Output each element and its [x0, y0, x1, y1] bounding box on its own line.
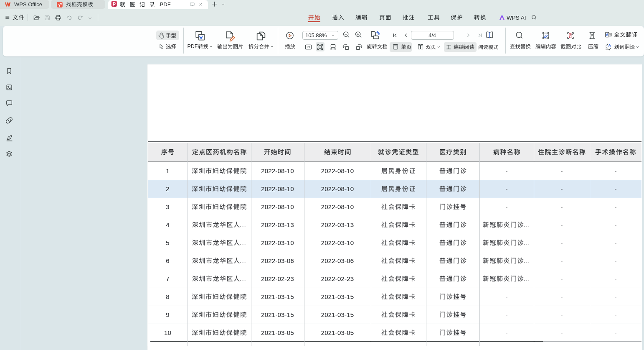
svg-text:1:1: 1:1 — [307, 46, 311, 49]
